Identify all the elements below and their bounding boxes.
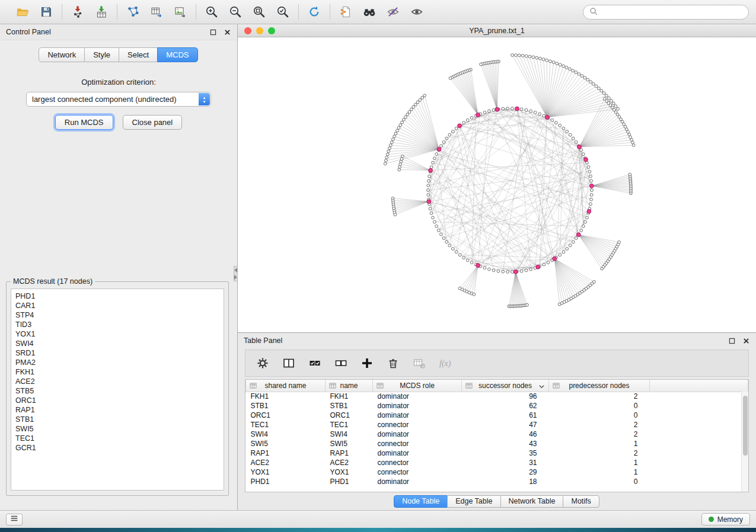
- network-node[interactable]: [529, 268, 532, 271]
- network-node[interactable]: [586, 78, 589, 81]
- run-mcds-button[interactable]: Run MCDS: [55, 115, 113, 130]
- network-node[interactable]: [600, 89, 603, 92]
- network-hub-node[interactable]: [495, 107, 499, 111]
- table-scrollbar[interactable]: [741, 392, 748, 492]
- scrollbar-thumb[interactable]: [743, 396, 748, 456]
- network-node[interactable]: [448, 244, 451, 247]
- network-node[interactable]: [404, 116, 407, 118]
- network-node[interactable]: [506, 107, 509, 110]
- zoom-in-icon[interactable]: [203, 4, 220, 20]
- deselect-all-icon[interactable]: [333, 355, 349, 371]
- control-panel-titlebar[interactable]: Control Panel: [0, 24, 237, 40]
- mcds-result-item[interactable]: FKH1: [15, 367, 219, 377]
- network-node[interactable]: [575, 141, 578, 144]
- export-network-icon[interactable]: [125, 4, 141, 20]
- network-node[interactable]: [442, 141, 445, 144]
- network-node[interactable]: [433, 157, 436, 160]
- network-node[interactable]: [394, 132, 397, 135]
- network-node[interactable]: [582, 225, 585, 228]
- refresh-view-icon[interactable]: [306, 4, 323, 20]
- network-hub-node[interactable]: [458, 124, 462, 128]
- table-row[interactable]: RAP1RAP1dominator352: [246, 448, 748, 458]
- mcds-result-item[interactable]: SRD1: [15, 348, 219, 358]
- network-node[interactable]: [466, 259, 469, 262]
- network-node[interactable]: [582, 153, 585, 156]
- network-node[interactable]: [535, 56, 538, 59]
- mcds-result-item[interactable]: YOX1: [15, 329, 219, 339]
- network-node[interactable]: [416, 101, 419, 104]
- network-node[interactable]: [543, 263, 546, 266]
- network-node[interactable]: [583, 76, 586, 79]
- network-node[interactable]: [572, 69, 575, 72]
- table-row[interactable]: ORC1ORC1dominator610: [246, 411, 748, 420]
- network-hub-node[interactable]: [515, 107, 519, 111]
- network-hub-node[interactable]: [589, 184, 594, 188]
- network-node[interactable]: [569, 244, 572, 247]
- network-canvas[interactable]: [238, 37, 756, 332]
- delete-row-icon[interactable]: [385, 355, 401, 371]
- network-node[interactable]: [483, 111, 486, 114]
- network-node[interactable]: [551, 118, 554, 121]
- network-node[interactable]: [547, 261, 550, 264]
- optimization-criterion-select[interactable]: largest connected component (undirected)…: [26, 92, 211, 107]
- table-row[interactable]: SWI4SWI4dominator462: [246, 430, 748, 439]
- network-node[interactable]: [515, 54, 518, 57]
- network-node[interactable]: [598, 87, 601, 90]
- show-graphics-icon[interactable]: [409, 4, 425, 20]
- network-node[interactable]: [618, 241, 621, 243]
- network-node[interactable]: [584, 220, 587, 223]
- collapse-left-icon[interactable]: [234, 268, 237, 273]
- network-window-titlebar[interactable]: YPA_prune.txt_1: [238, 24, 756, 37]
- network-node[interactable]: [400, 160, 403, 163]
- network-node[interactable]: [589, 81, 592, 84]
- network-node[interactable]: [427, 194, 430, 197]
- network-node[interactable]: [549, 60, 552, 63]
- network-node[interactable]: [387, 150, 390, 153]
- network-node[interactable]: [590, 180, 593, 182]
- network-node[interactable]: [419, 98, 422, 101]
- network-node[interactable]: [538, 113, 541, 116]
- network-node[interactable]: [451, 248, 454, 251]
- network-hub-node[interactable]: [587, 209, 591, 213]
- sort-chevron-icon[interactable]: [538, 383, 545, 392]
- tab-node-table[interactable]: Node Table: [394, 495, 448, 508]
- gear-icon[interactable]: [255, 355, 270, 371]
- network-node[interactable]: [502, 107, 505, 110]
- mcds-result-item[interactable]: GCR1: [15, 443, 219, 453]
- network-node[interactable]: [587, 166, 590, 169]
- network-node[interactable]: [384, 162, 387, 165]
- network-hub-node[interactable]: [476, 113, 480, 117]
- network-node[interactable]: [572, 137, 575, 140]
- network-node[interactable]: [430, 212, 433, 215]
- network-hub-node[interactable]: [429, 168, 433, 172]
- tab-select[interactable]: Select: [119, 47, 158, 62]
- export-image-icon[interactable]: [172, 4, 189, 20]
- import-table-icon[interactable]: [93, 4, 110, 20]
- network-hub-node[interactable]: [576, 233, 580, 237]
- network-node[interactable]: [412, 105, 415, 108]
- network-node[interactable]: [578, 73, 580, 76]
- close-panel-icon[interactable]: [742, 336, 750, 345]
- tab-network-table[interactable]: Network Table: [500, 495, 564, 508]
- panel-splitter[interactable]: [234, 266, 238, 281]
- network-node[interactable]: [429, 207, 432, 210]
- table-row[interactable]: ACE2ACE2connector311: [246, 458, 748, 467]
- mcds-result-item[interactable]: SWI5: [15, 424, 219, 434]
- network-node[interactable]: [592, 82, 595, 85]
- network-node[interactable]: [511, 107, 514, 110]
- network-node[interactable]: [562, 127, 565, 130]
- network-node[interactable]: [470, 261, 473, 264]
- network-node[interactable]: [442, 237, 445, 240]
- share-document-icon[interactable]: [337, 4, 354, 20]
- tab-motifs[interactable]: Motifs: [563, 495, 599, 508]
- network-node[interactable]: [595, 85, 598, 88]
- network-node[interactable]: [632, 144, 635, 147]
- network-node[interactable]: [393, 135, 396, 138]
- network-node[interactable]: [506, 271, 509, 274]
- table-row[interactable]: YOX1YOX1connector291: [246, 467, 748, 477]
- network-node[interactable]: [455, 251, 458, 254]
- network-node[interactable]: [428, 175, 431, 178]
- network-node[interactable]: [440, 233, 443, 236]
- close-window-icon[interactable]: [244, 27, 251, 34]
- network-node[interactable]: [608, 97, 611, 100]
